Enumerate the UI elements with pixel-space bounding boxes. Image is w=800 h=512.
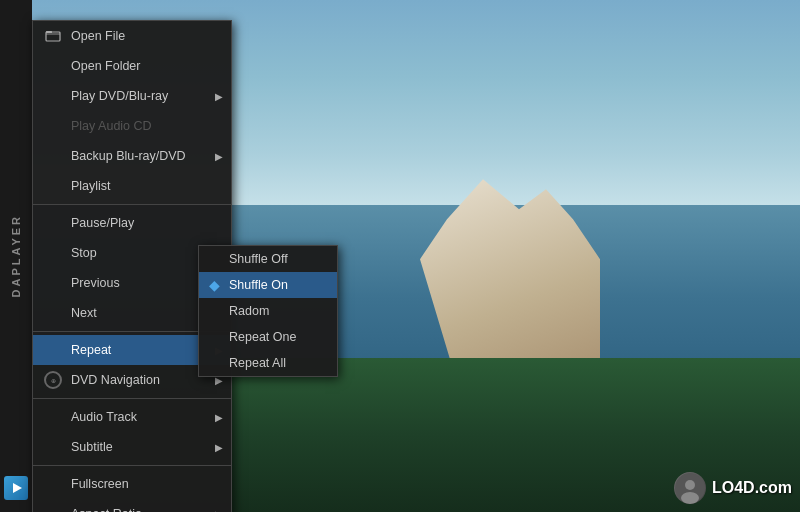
divider-1: [33, 204, 231, 205]
submenu-arrow: ▶: [215, 151, 223, 162]
menu-item-playlist[interactable]: Playlist: [33, 171, 231, 201]
menu-item-play-audio-cd: Play Audio CD: [33, 111, 231, 141]
svg-point-8: [681, 492, 699, 504]
selection-bullet: [209, 251, 225, 267]
menu-item-audio-track[interactable]: Audio Track ▶: [33, 402, 231, 432]
svg-point-7: [685, 480, 695, 490]
stop-icon: [43, 243, 63, 263]
submenu-item-repeat-one[interactable]: Repeat One: [199, 324, 337, 350]
audio-track-icon: [43, 407, 63, 427]
menu-item-aspect-ratio[interactable]: Aspect Ratio ▶: [33, 499, 231, 512]
selection-bullet: [209, 303, 225, 319]
repeat-submenu: Shuffle Off ◆ Shuffle On Radom Repeat On…: [198, 245, 338, 377]
divider-4: [33, 465, 231, 466]
submenu-item-random[interactable]: Radom: [199, 298, 337, 324]
svg-rect-1: [46, 32, 60, 41]
menu-item-subtitle[interactable]: Subtitle ▶: [33, 432, 231, 462]
dvd-play-icon: [43, 86, 63, 106]
playlist-icon: [43, 176, 63, 196]
pause-play-icon: [43, 213, 63, 233]
submenu-item-repeat-all[interactable]: Repeat All: [199, 350, 337, 376]
menu-item-backup-bluray[interactable]: Backup Blu-ray/DVD ▶: [33, 141, 231, 171]
menu-item-play-dvd[interactable]: Play DVD/Blu-ray ▶: [33, 81, 231, 111]
watermark-text: LO4D.com: [712, 479, 792, 497]
menu-item-open-folder[interactable]: Open Folder: [33, 51, 231, 81]
watermark-logo: [674, 472, 706, 504]
play-button[interactable]: [4, 476, 28, 500]
repeat-icon: [43, 340, 63, 360]
next-icon: [43, 303, 63, 323]
menu-item-pause-play[interactable]: Pause/Play: [33, 208, 231, 238]
folder-icon: [43, 56, 63, 76]
selection-bullet: [209, 329, 225, 345]
menu-item-fullscreen[interactable]: Fullscreen: [33, 469, 231, 499]
fullscreen-icon: [43, 474, 63, 494]
submenu-arrow: ▶: [215, 442, 223, 453]
subtitle-icon: [43, 437, 63, 457]
watermark: LO4D.com: [674, 472, 792, 504]
previous-icon: [43, 273, 63, 293]
submenu-arrow: ▶: [215, 412, 223, 423]
backup-icon: [43, 146, 63, 166]
dvd-nav-icon: ⊕: [43, 370, 63, 390]
sidebar: DAPLAYER: [0, 0, 32, 512]
selection-bullet: ◆: [209, 277, 225, 293]
selection-bullet: [209, 355, 225, 371]
divider-3: [33, 398, 231, 399]
submenu-item-shuffle-off[interactable]: Shuffle Off: [199, 246, 337, 272]
file-open-icon: [43, 26, 63, 46]
menu-item-open-file[interactable]: Open File: [33, 21, 231, 51]
submenu-item-shuffle-on[interactable]: ◆ Shuffle On: [199, 272, 337, 298]
submenu-arrow: ▶: [215, 509, 223, 513]
aspect-ratio-icon: [43, 504, 63, 512]
audio-cd-icon: [43, 116, 63, 136]
submenu-arrow: ▶: [215, 91, 223, 102]
app-title: DAPLAYER: [10, 214, 22, 298]
